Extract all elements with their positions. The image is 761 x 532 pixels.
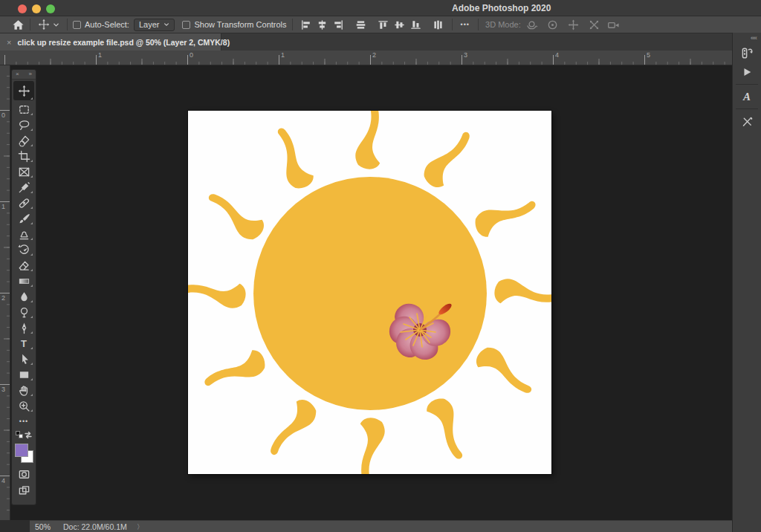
crop-tool[interactable]: [12, 149, 36, 164]
close-tab-icon[interactable]: ×: [7, 38, 11, 47]
pan-3d-icon: [567, 19, 580, 31]
close-window-button[interactable]: [18, 4, 27, 13]
3d-pan-button[interactable]: [566, 17, 582, 32]
screen-mode-button[interactable]: [12, 482, 36, 499]
auto-select-checkbox[interactable]: Auto-Select:: [73, 20, 129, 29]
blur-tool[interactable]: [12, 289, 36, 305]
options-bar: Auto-Select: Layer Show Transform Contro…: [0, 16, 761, 33]
rectangular-marquee-tool[interactable]: [12, 102, 36, 117]
actions-panel-button[interactable]: [733, 62, 761, 82]
distribute-horizontal-icon: [433, 19, 444, 30]
document-tab-bar: × click up resize example file.psd @ 50%…: [0, 33, 732, 51]
chevron-down-icon: [163, 22, 169, 27]
align-top-icon: [378, 19, 389, 30]
show-transform-label: Show Transform Controls: [194, 20, 286, 29]
history-brush-icon: [18, 244, 30, 256]
expand-dock-icon[interactable]: ««: [751, 34, 757, 42]
history-brush-tool[interactable]: [12, 242, 36, 258]
align-horizontal-centers-icon: [317, 19, 328, 30]
move-tool-icon: [38, 19, 50, 30]
divider: [30, 19, 30, 30]
document-tab-title: click up resize example file.psd @ 50% (…: [17, 38, 230, 47]
divider: [736, 108, 758, 109]
align-right-icon: [333, 19, 344, 30]
rectangle-icon: [18, 369, 30, 381]
frame-tool[interactable]: [12, 164, 36, 180]
edit-toolbar-button[interactable]: •••: [12, 414, 36, 429]
checkbox-icon: [182, 21, 190, 29]
canvas-artboard[interactable]: [188, 111, 551, 474]
auto-select-target-dropdown[interactable]: Layer: [134, 19, 175, 31]
3d-slide-button[interactable]: [586, 17, 603, 32]
lasso-tool[interactable]: [12, 117, 36, 133]
align-left-edges-button[interactable]: [298, 17, 314, 32]
eyedropper-tool[interactable]: [12, 180, 36, 195]
status-bar: 50% Doc: 22.0M/60.1M 〉: [30, 520, 732, 532]
slide-3d-icon: [588, 19, 600, 31]
align-horizontal-centers-button[interactable]: [314, 17, 331, 32]
align-top-edges-button[interactable]: [375, 17, 392, 32]
3d-roll-button[interactable]: [545, 17, 561, 32]
align-right-edges-button[interactable]: [331, 17, 347, 32]
expand-panel-icon[interactable]: »: [29, 71, 32, 77]
eraser-tool[interactable]: [12, 258, 36, 273]
rectangle-shape-tool[interactable]: [12, 367, 36, 383]
type-tool[interactable]: T: [12, 336, 36, 351]
tool-preset-picker[interactable]: [38, 19, 59, 30]
tool-presets-panel-button[interactable]: [733, 111, 761, 131]
zoom-tool[interactable]: [12, 398, 36, 414]
quick-selection-tool[interactable]: [12, 133, 36, 149]
magnifier-icon: [18, 400, 30, 412]
divider: [478, 19, 479, 30]
zoom-level-field[interactable]: 50%: [35, 522, 51, 531]
vertical-ruler: 0 1 2 3 4: [0, 65, 10, 520]
clone-stamp-tool[interactable]: [12, 227, 36, 242]
dodge-tool[interactable]: [12, 305, 36, 320]
auto-select-label: Auto-Select:: [85, 20, 129, 29]
document-workspace[interactable]: [10, 65, 732, 520]
align-vertical-centers-icon: [394, 19, 405, 30]
ruler-label: 2: [1, 294, 5, 302]
path-selection-tool[interactable]: [12, 351, 36, 367]
3d-dolly-button[interactable]: [606, 17, 622, 32]
zoom-window-button[interactable]: [46, 4, 55, 13]
close-panel-icon[interactable]: ×: [16, 71, 19, 77]
minimize-window-button[interactable]: [32, 4, 41, 13]
type-tool-icon: T: [21, 339, 27, 348]
document-size-info[interactable]: Doc: 22.0M/60.1M: [63, 522, 127, 531]
align-bottom-edges-button[interactable]: [408, 17, 424, 32]
default-colors-icon[interactable]: [16, 431, 23, 438]
document-tab[interactable]: × click up resize example file.psd @ 50%…: [0, 33, 221, 51]
spot-healing-brush-tool[interactable]: [12, 195, 36, 211]
eraser-icon: [18, 259, 30, 272]
show-transform-checkbox[interactable]: Show Transform Controls: [182, 20, 286, 29]
sun-artwork: [188, 111, 551, 474]
move-tool[interactable]: [12, 80, 36, 102]
gradient-tool[interactable]: [12, 273, 36, 289]
gradient-icon: [18, 275, 30, 288]
align-vertical-centers-button[interactable]: [392, 17, 408, 32]
status-popup-chevron-icon[interactable]: 〉: [137, 522, 143, 532]
distribute-vertical-centers-button[interactable]: [353, 17, 369, 32]
ruler-label: 1: [98, 51, 102, 59]
history-panel-button[interactable]: [733, 43, 761, 62]
home-button[interactable]: [12, 19, 25, 31]
brush-tool[interactable]: [12, 211, 36, 227]
hand-tool[interactable]: [12, 383, 36, 398]
divider: [736, 84, 758, 85]
window-titlebar: Adobe Photoshop 2020: [0, 0, 761, 16]
foreground-color-swatch[interactable]: [15, 444, 28, 457]
water-drop-icon: [18, 291, 30, 303]
swap-colors-icon[interactable]: [24, 430, 33, 439]
pen-tool[interactable]: [12, 320, 36, 336]
eyedropper-icon: [18, 181, 30, 194]
3d-orbit-button[interactable]: [524, 17, 540, 32]
arrow-cursor-icon: [18, 353, 30, 366]
more-align-options-button[interactable]: •••: [458, 21, 473, 28]
quick-mask-button[interactable]: [12, 466, 36, 482]
color-controls-row: [12, 429, 36, 441]
distribute-horizontal-centers-button[interactable]: [430, 17, 447, 32]
quick-selection-icon: [18, 134, 30, 147]
status-corner: [0, 520, 30, 532]
character-panel-button[interactable]: A: [733, 87, 761, 106]
